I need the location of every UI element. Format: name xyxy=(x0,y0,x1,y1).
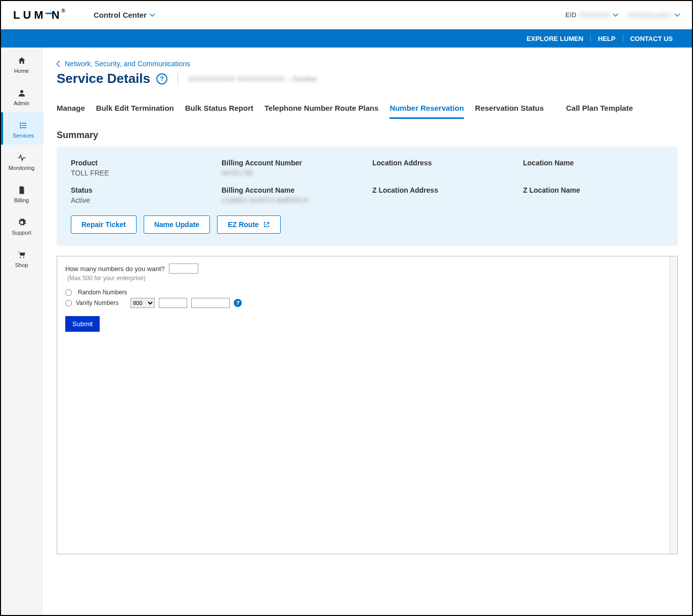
chevron-down-icon xyxy=(150,14,155,17)
user-value: inventory.user1 xyxy=(627,11,672,19)
summary-ban-name: Billing Account Name COMEX NORTH AMERICA xyxy=(222,186,362,204)
help-link[interactable]: HELP xyxy=(590,35,623,42)
sidebar-item-home[interactable]: Home xyxy=(1,48,42,80)
quantity-row: How many numbers do you want? xyxy=(65,263,669,274)
control-center-dropdown[interactable]: Control Center xyxy=(94,11,155,19)
top-nav-bar: EXPLORE LUMEN HELP CONTACT US xyxy=(1,29,692,48)
svg-point-3 xyxy=(20,125,21,126)
invoice-icon xyxy=(17,185,27,195)
summary-title: Summary xyxy=(57,130,678,141)
user-icon xyxy=(17,88,27,98)
svg-rect-4 xyxy=(22,125,26,126)
header: LUMN® Control Center EID XXXXXXX invento… xyxy=(1,1,692,29)
quantity-label: How many numbers do you want? xyxy=(65,265,165,273)
name-update-button[interactable]: Name Update xyxy=(144,215,210,234)
random-numbers-radio[interactable] xyxy=(65,289,72,296)
number-type-radio-group: Random Numbers Vanity Numbers 800 ? xyxy=(65,289,669,308)
sidebar-item-label: Billing xyxy=(14,197,29,203)
sidebar-item-monitoring[interactable]: Monitoring xyxy=(1,145,42,177)
pulse-icon xyxy=(17,153,27,163)
eid-label: EID xyxy=(566,11,577,19)
page-title: Service Details xyxy=(57,71,150,86)
page-title-row: Service Details ? XXXXXXXXXX XXXXXXXXXX … xyxy=(57,71,678,86)
summary-box: Product TOLL FREE Billing Account Number… xyxy=(57,147,678,246)
control-center-label: Control Center xyxy=(94,11,147,19)
scrollbar-thumb[interactable] xyxy=(671,257,676,278)
tab-call-plan-template[interactable]: Call Plan Template xyxy=(566,99,633,119)
svg-point-0 xyxy=(20,90,23,93)
sidebar-item-admin[interactable]: Admin xyxy=(1,80,42,112)
submit-button[interactable]: Submit xyxy=(65,316,100,332)
summary-z-location-address: Z Location Address xyxy=(372,186,513,204)
svg-rect-6 xyxy=(22,127,26,128)
tab-manage[interactable]: Manage xyxy=(57,99,85,119)
sidebar-item-label: Services xyxy=(13,133,34,139)
tab-reservation-status[interactable]: Reservation Status xyxy=(475,99,544,119)
vanity-numbers-label: Vanity Numbers xyxy=(76,299,126,306)
vanity-numbers-row: Vanity Numbers 800 ? xyxy=(65,298,669,308)
summary-field-value: Active xyxy=(71,196,211,204)
random-numbers-label: Random Numbers xyxy=(78,289,128,296)
external-link-icon xyxy=(263,221,270,228)
logo-bar-icon xyxy=(46,13,53,14)
help-icon[interactable]: ? xyxy=(156,73,167,84)
chevron-down-icon xyxy=(675,14,680,17)
eid-dropdown[interactable]: EID XXXXXXX xyxy=(566,11,618,19)
random-numbers-row: Random Numbers xyxy=(65,289,669,296)
eid-value: XXXXXXX xyxy=(579,11,610,19)
summary-product: Product TOLL FREE xyxy=(71,159,211,177)
ez-route-button[interactable]: EZ Route xyxy=(217,215,280,234)
vanity-numbers-radio[interactable] xyxy=(65,300,72,306)
sidebar-item-services[interactable]: Services xyxy=(1,112,44,145)
tab-number-reservation[interactable]: Number Reservation xyxy=(389,99,464,119)
sidebar-item-label: Home xyxy=(14,68,29,74)
summary-status: Status Active xyxy=(71,186,211,204)
title-meta: XXXXXXXXXX XXXXXXXXXX – October xyxy=(188,75,318,83)
summary-field-label: Location Address xyxy=(372,159,513,167)
quantity-hint: (Max 500 for your enterprise) xyxy=(67,275,669,282)
logo-text-1: LUM xyxy=(13,9,47,22)
repair-ticket-button[interactable]: Repair Ticket xyxy=(71,215,137,234)
breadcrumb-label: Network, Security, and Communications xyxy=(65,60,190,68)
reservation-panel: How many numbers do you want? (Max 500 f… xyxy=(57,256,678,554)
sidebar-item-label: Admin xyxy=(14,100,29,106)
summary-field-label: Z Location Address xyxy=(372,186,513,194)
summary-grid: Product TOLL FREE Billing Account Number… xyxy=(71,159,664,204)
tab-telephone-number-route-plans[interactable]: Telephone Number Route Plans xyxy=(265,99,379,119)
summary-field-value: 84781796 xyxy=(222,169,362,177)
tab-bulk-edit-termination[interactable]: Bulk Edit Termination xyxy=(96,99,174,119)
svg-point-1 xyxy=(20,122,21,124)
breadcrumb[interactable]: Network, Security, and Communications xyxy=(57,60,678,68)
sidebar-item-label: Shop xyxy=(15,262,28,268)
summary-field-label: Status xyxy=(71,186,211,194)
home-icon xyxy=(17,56,27,66)
sidebar-item-label: Support xyxy=(12,230,31,236)
prefix-select[interactable]: 800 xyxy=(131,298,155,308)
sidebar-item-label: Monitoring xyxy=(9,165,34,171)
list-icon xyxy=(18,120,28,130)
vanity-input-2[interactable] xyxy=(191,298,230,308)
summary-field-label: Product xyxy=(71,159,211,167)
tab-bulk-status-report[interactable]: Bulk Status Report xyxy=(185,99,253,119)
help-icon[interactable]: ? xyxy=(234,299,242,307)
main-content: Network, Security, and Communications Se… xyxy=(42,48,692,615)
vanity-input-1[interactable] xyxy=(159,298,187,308)
user-dropdown[interactable]: inventory.user1 xyxy=(627,11,680,19)
contact-us-link[interactable]: CONTACT US xyxy=(623,35,680,42)
chevron-down-icon xyxy=(613,14,618,17)
sidebar-item-support[interactable]: Support xyxy=(1,209,42,242)
registered-icon: ® xyxy=(62,8,65,14)
divider xyxy=(178,73,178,84)
summary-location-address: Location Address xyxy=(372,159,513,177)
explore-lumen-link[interactable]: EXPLORE LUMEN xyxy=(519,35,590,42)
quantity-input[interactable] xyxy=(169,263,198,274)
sidebar: Home Admin Services Monitoring Billing S… xyxy=(1,48,42,615)
svg-point-5 xyxy=(20,127,21,128)
sidebar-item-shop[interactable]: Shop xyxy=(1,242,42,274)
summary-actions: Repair Ticket Name Update EZ Route xyxy=(71,215,664,234)
tabs: Manage Bulk Edit Termination Bulk Status… xyxy=(57,99,678,119)
summary-field-label: Billing Account Name xyxy=(222,186,362,194)
sidebar-item-billing[interactable]: Billing xyxy=(1,177,42,209)
gear-icon xyxy=(17,217,27,228)
svg-rect-2 xyxy=(22,123,26,124)
